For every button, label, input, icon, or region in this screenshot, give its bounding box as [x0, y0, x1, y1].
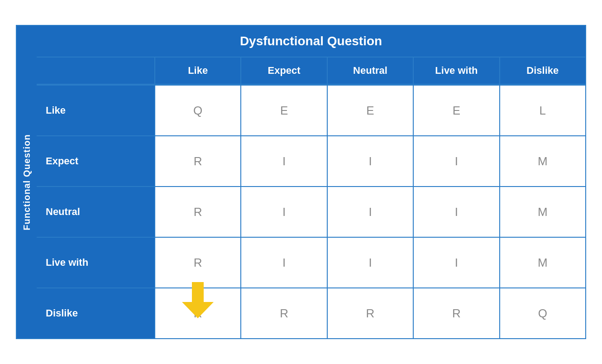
arrow-down-icon: [182, 282, 214, 318]
cell-like-like: Q: [154, 86, 240, 135]
cell-dislike-expect: R: [240, 288, 326, 338]
cell-dislike-neutral: R: [327, 288, 413, 338]
col-header-like: Like: [154, 57, 240, 84]
cell-livewith-dislike: M: [499, 238, 585, 287]
column-headers: Like Expect Neutral Live with Dislike: [37, 57, 585, 85]
cell-neutral-livewith: I: [413, 187, 499, 237]
cell-like-livewith: E: [413, 86, 499, 135]
row-label-like: Like: [37, 86, 154, 135]
cell-neutral-expect: I: [240, 187, 326, 237]
cell-expect-expect: I: [240, 136, 326, 186]
functional-question-label: Functional Question: [17, 26, 37, 338]
col-header-dislike: Dislike: [499, 57, 585, 84]
cell-livewith-like: R: [154, 238, 240, 287]
row-label-neutral: Neutral: [37, 187, 154, 237]
cell-neutral-dislike: M: [499, 187, 585, 237]
row-neutral: Neutral R I I I M: [37, 186, 585, 237]
cell-expect-livewith: I: [413, 136, 499, 186]
cell-dislike-dislike: Q: [499, 288, 585, 338]
data-rows: Like Q E E E L Expect R I I I M: [37, 85, 585, 338]
matrix-table: Dysfunctional Question Like Expect Neutr…: [37, 26, 585, 338]
row-expect: Expect R I I I M: [37, 135, 585, 186]
col-header-livewith: Live with: [413, 57, 499, 84]
cell-expect-like: R: [154, 136, 240, 186]
row-label-expect: Expect: [37, 136, 154, 186]
cell-like-neutral: E: [327, 86, 413, 135]
header-empty-cell: [37, 57, 154, 84]
svg-rect-0: [192, 282, 204, 302]
col-header-neutral: Neutral: [327, 57, 413, 84]
svg-marker-1: [182, 302, 214, 318]
cell-like-expect: E: [240, 86, 326, 135]
row-label-dislike: Dislike: [37, 288, 154, 338]
row-like: Like Q E E E L: [37, 85, 585, 135]
cell-livewith-livewith: I: [413, 238, 499, 287]
cell-expect-dislike: M: [499, 136, 585, 186]
kano-matrix: Functional Question Dysfunctional Questi…: [16, 25, 586, 339]
dysfunctional-header: Dysfunctional Question: [37, 26, 585, 57]
cell-like-dislike: L: [499, 86, 585, 135]
cell-neutral-like: R: [154, 187, 240, 237]
cell-expect-neutral: I: [327, 136, 413, 186]
cell-livewith-expect: I: [240, 238, 326, 287]
row-label-livewith: Live with: [37, 238, 154, 287]
col-header-expect: Expect: [240, 57, 326, 84]
cell-dislike-livewith: R: [413, 288, 499, 338]
cell-livewith-neutral: I: [327, 238, 413, 287]
row-livewith: Live with R I I I M: [37, 237, 585, 287]
cell-neutral-neutral: I: [327, 187, 413, 237]
row-dislike: Dislike R R R R Q: [37, 287, 585, 338]
